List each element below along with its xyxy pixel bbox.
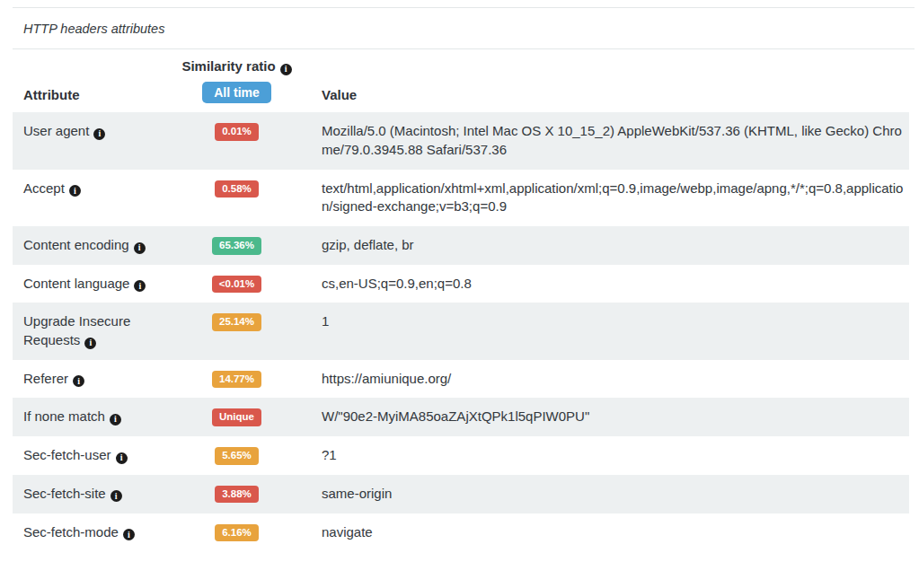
all-time-button[interactable]: All time xyxy=(202,82,271,104)
table-row: Accept 0.58% text/html,application/xhtml… xyxy=(13,170,909,226)
similarity-badge: 5.65% xyxy=(215,447,259,465)
info-icon[interactable] xyxy=(93,128,105,140)
attribute-value: Mozilla/5.0 (Macintosh; Intel Mac OS X 1… xyxy=(322,122,909,159)
http-headers-panel: HTTP headers attributes Attribute Simila… xyxy=(0,7,919,551)
attribute-value: W/"90e2-MyiMA85oaZAjXtQPk1l5qPIW0PU" xyxy=(322,408,909,426)
table-row: Sec-fetch-site 3.88% same-origin xyxy=(13,475,909,513)
attribute-value: text/html,application/xhtml+xml,applicat… xyxy=(322,180,909,216)
attribute-label: Sec-fetch-mode xyxy=(23,524,119,540)
attribute-value: ?1 xyxy=(322,446,909,465)
attribute-label: User agent xyxy=(23,123,89,138)
attribute-column-header: Attribute xyxy=(23,87,80,102)
info-icon[interactable] xyxy=(123,529,135,540)
similarity-badge: 0.01% xyxy=(215,123,259,141)
similarity-badge: Unique xyxy=(212,408,261,426)
value-column-header: Value xyxy=(322,87,357,102)
info-icon[interactable] xyxy=(110,490,122,502)
info-icon[interactable] xyxy=(110,414,121,426)
similarity-badge: 14.77% xyxy=(212,371,261,389)
attribute-label: Accept xyxy=(23,180,65,196)
table-body: User agent 0.01% Mozilla/5.0 (Macintosh;… xyxy=(0,112,919,551)
table-row: Sec-fetch-user 5.65% ?1 xyxy=(13,436,909,475)
info-icon[interactable] xyxy=(134,280,146,292)
attribute-value: https://amiunique.org/ xyxy=(322,370,909,389)
attribute-label: Sec-fetch-site xyxy=(23,486,106,501)
table-row: Content encoding 65.36% gzip, deflate, b… xyxy=(13,226,909,265)
similarity-badge: 25.14% xyxy=(212,313,261,331)
panel-title-row: HTTP headers attributes xyxy=(0,8,919,48)
attribute-value: 1 xyxy=(322,312,909,331)
attribute-label: Content language xyxy=(23,276,129,291)
attribute-value: gzip, deflate, br xyxy=(322,236,909,255)
info-icon[interactable] xyxy=(280,64,292,75)
attribute-label: Upgrade Insecure Requests xyxy=(23,313,130,347)
info-icon[interactable] xyxy=(73,375,84,387)
table-row: Sec-fetch-mode 6.16% navigate xyxy=(13,513,909,552)
table-row: Referer 14.77% https://amiunique.org/ xyxy=(13,360,909,399)
panel-title: HTTP headers attributes xyxy=(23,22,164,36)
info-icon[interactable] xyxy=(69,185,81,197)
similarity-badge: 0.58% xyxy=(215,180,259,198)
attribute-value: same-origin xyxy=(322,485,909,504)
attribute-value: navigate xyxy=(322,523,909,542)
similarity-badge: 65.36% xyxy=(212,237,261,255)
similarity-badge: <0.01% xyxy=(212,276,261,294)
info-icon[interactable] xyxy=(134,242,146,254)
attribute-label: Content encoding xyxy=(23,237,129,252)
attribute-value: cs,en-US;q=0.9,en;q=0.8 xyxy=(322,275,909,294)
similarity-column-header: Similarity ratio xyxy=(181,58,275,74)
table-row: Upgrade Insecure Requests 25.14% 1 xyxy=(13,303,909,359)
attribute-label: Sec-fetch-user xyxy=(23,447,111,462)
table-row: Content language <0.01% cs,en-US;q=0.9,e… xyxy=(13,265,909,303)
similarity-badge: 6.16% xyxy=(215,524,259,542)
table-row: If none match Unique W/"90e2-MyiMA85oaZA… xyxy=(13,398,909,436)
attribute-label: If none match xyxy=(23,408,105,424)
table-header: Attribute Similarity ratio All time Valu… xyxy=(13,49,909,112)
info-icon[interactable] xyxy=(84,338,96,349)
similarity-badge: 3.88% xyxy=(215,486,259,504)
attribute-label: Referer xyxy=(23,371,68,386)
info-icon[interactable] xyxy=(116,452,128,464)
table-row: User agent 0.01% Mozilla/5.0 (Macintosh;… xyxy=(13,112,909,169)
